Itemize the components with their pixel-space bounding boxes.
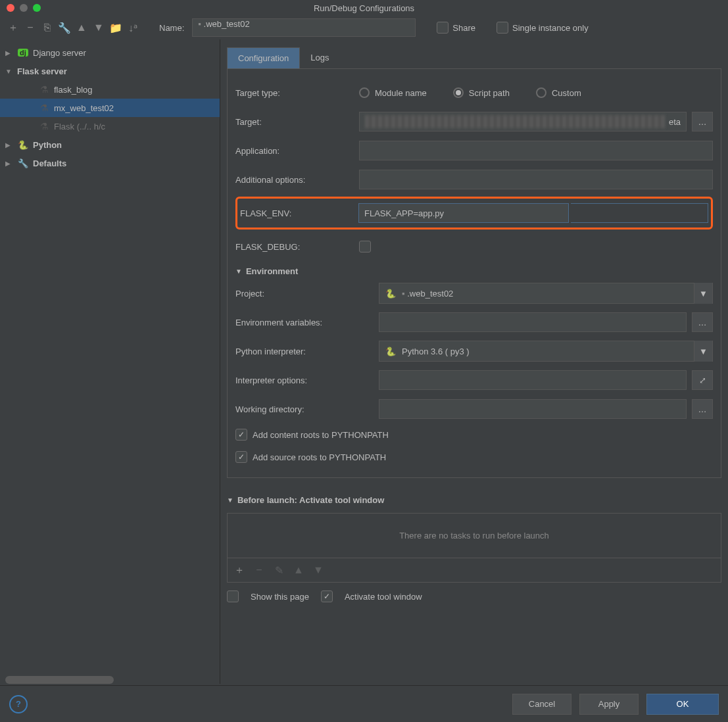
activate-tool-window-label: Activate tool window [345,592,422,602]
activate-tool-window-checkbox[interactable] [321,590,333,602]
chevron-down-icon: ▼ [227,496,233,504]
environment-section-header[interactable]: ▼ Environment [235,261,713,279]
flask-icon [38,102,50,114]
chevron-down-icon: ▼ [694,283,712,304]
interp-options-input[interactable] [379,370,687,390]
flask-icon [38,120,50,132]
source-roots-checkbox[interactable] [235,451,247,463]
remove-icon[interactable]: − [24,21,37,34]
task-down-icon[interactable]: ▼ [312,564,325,577]
tree-label: mx_web_test02 [54,103,114,113]
no-tasks-text: There are no tasks to run before launch [228,514,721,558]
single-instance-label: Single instance only [512,23,589,33]
tree-item-defaults[interactable]: ▶ Defaults [0,154,220,172]
show-page-checkbox[interactable] [227,590,239,602]
task-up-icon[interactable]: ▲ [292,564,305,577]
python-icon [385,345,397,357]
sort-icon[interactable]: ↓ᵃ [126,21,139,34]
flask-env-extra[interactable] [571,203,708,223]
flask-icon [38,84,50,95]
target-type-label: Target type: [235,88,354,98]
application-input[interactable] [359,141,713,160]
move-up-icon[interactable]: ▲ [75,21,88,34]
edit-env-vars-button[interactable]: … [692,312,713,332]
python-icon [17,139,29,151]
titlebar: Run/Debug Configurations [0,0,728,16]
window-title: Run/Debug Configurations [0,3,728,13]
source-roots-label: Add source roots to PYTHONPATH [253,452,386,462]
env-vars-label: Environment variables: [235,318,374,327]
add-task-icon[interactable]: ＋ [233,564,246,577]
project-label: Project: [235,289,374,299]
tree-label: Flask server [17,66,67,76]
tree-item-mx-web-test02[interactable]: mx_web_test02 [0,99,220,117]
show-page-label: Show this page [251,592,309,602]
tree-label: Django server [33,48,86,58]
workdir-label: Working directory: [235,404,374,414]
move-down-icon[interactable]: ▼ [92,21,105,34]
flask-env-highlight: FLASK_ENV: [235,197,713,229]
copy-icon[interactable]: ⎘ [41,21,54,34]
edit-task-icon[interactable]: ✎ [272,564,285,577]
tree-label: Python [33,140,62,150]
single-instance-checkbox[interactable] [497,22,508,34]
tab-logs[interactable]: Logs [300,47,339,68]
interpreter-label: Python interpreter: [235,347,374,356]
additional-options-input[interactable] [359,170,713,189]
tree-item-python[interactable]: ▶ Python [0,135,220,154]
tree-item-flask-group[interactable]: ▼ Flask server [0,62,220,80]
toolbar: ＋ − ⎘ 🔧 ▲ ▼ 📁 ↓ᵃ Name: .web_test02 Share… [0,16,728,39]
tree-label: Flask (../.. h/c [54,122,105,132]
workdir-input[interactable] [379,399,687,419]
help-button[interactable]: ? [9,695,28,713]
config-tree[interactable]: ▶dj Django server ▼ Flask server flask_b… [0,39,220,684]
tree-item-flask-other[interactable]: Flask (../.. h/c [0,117,220,135]
ok-button[interactable]: OK [646,694,719,715]
add-icon[interactable]: ＋ [7,21,20,34]
python-icon [385,287,397,299]
tree-item-django[interactable]: ▶dj Django server [0,43,220,62]
application-label: Application: [235,146,354,156]
remove-task-icon[interactable]: − [253,564,266,577]
name-label: Name: [159,23,184,33]
apply-button[interactable]: Apply [579,694,639,715]
radio-module-name[interactable]: Module name [359,87,427,98]
env-vars-input[interactable] [379,312,687,332]
wrench-icon [17,157,29,169]
redacted-path [365,115,665,128]
project-dropdown[interactable]: .web_test02 ▼ [379,283,713,304]
flask-debug-label: FLASK_DEBUG: [235,242,354,252]
content-roots-checkbox[interactable] [235,429,247,441]
tab-configuration[interactable]: Configuration [227,47,300,68]
content-panel: Configuration Logs Target type: Module n… [220,39,728,684]
target-label: Target: [235,117,354,127]
browse-target-button[interactable]: … [692,112,713,132]
additional-options-label: Additional options: [235,175,354,185]
name-input[interactable]: .web_test02 [192,18,416,37]
save-template-icon[interactable]: 🔧 [58,21,71,34]
before-launch-panel: There are no tasks to run before launch … [227,513,721,583]
cancel-button[interactable]: Cancel [512,694,571,715]
tree-label: flask_blog [54,85,93,95]
flask-env-input[interactable] [358,203,569,223]
folder-icon[interactable]: 📁 [109,21,122,34]
chevron-down-icon: ▼ [694,341,712,362]
flask-env-label: FLASK_ENV: [240,208,353,218]
interp-options-label: Interpreter options: [235,375,374,385]
share-label: Share [452,23,475,33]
target-input[interactable]: eta [359,112,687,132]
radio-script-path[interactable]: Script path [453,87,510,98]
interpreter-dropdown[interactable]: Python 3.6 ( py3 ) ▼ [379,341,713,362]
browse-workdir-button[interactable]: … [692,399,713,419]
footer: ? Cancel Apply OK [0,685,728,722]
chevron-down-icon: ▼ [235,268,242,275]
flask-debug-checkbox[interactable] [359,241,371,253]
before-launch-header[interactable]: ▼ Before launch: Activate tool window [227,490,721,508]
content-roots-label: Add content roots to PYTHONPATH [253,430,389,440]
tree-label: Defaults [33,158,66,168]
radio-custom[interactable]: Custom [536,87,581,98]
share-checkbox[interactable] [437,22,449,34]
expand-button[interactable]: ⤢ [692,370,713,390]
sidebar-scrollbar[interactable] [5,676,114,684]
tree-item-flask-blog[interactable]: flask_blog [0,80,220,99]
